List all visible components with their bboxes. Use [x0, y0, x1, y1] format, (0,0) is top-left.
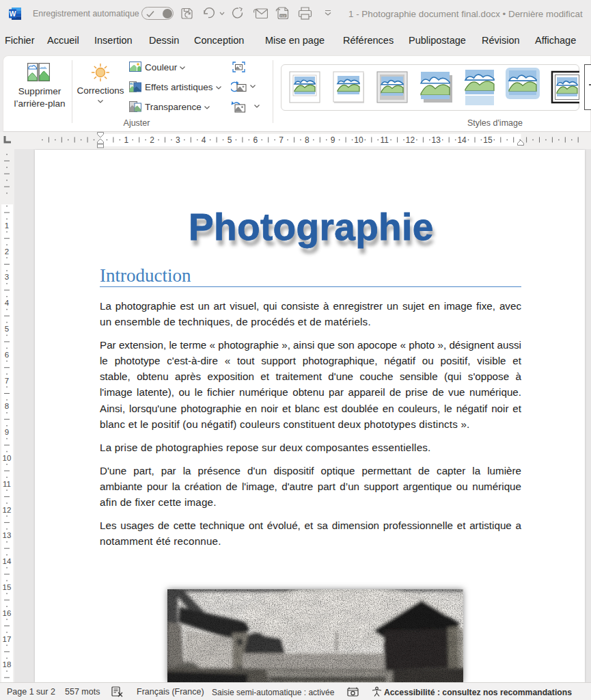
svg-text:6: 6 [5, 351, 9, 359]
svg-text:9: 9 [331, 135, 335, 145]
svg-text:14: 14 [3, 557, 12, 565]
svg-text:11: 11 [380, 135, 389, 145]
svg-text:1: 1 [124, 135, 128, 145]
svg-text:12: 12 [3, 506, 12, 514]
svg-text:7: 7 [5, 377, 9, 385]
svg-text:12: 12 [406, 135, 415, 145]
svg-text:6: 6 [253, 135, 258, 145]
svg-text:4: 4 [5, 299, 10, 307]
svg-text:W: W [10, 10, 16, 18]
svg-text:1: 1 [5, 221, 9, 230]
svg-text:18: 18 [3, 660, 12, 669]
svg-text:13: 13 [432, 135, 441, 145]
svg-text:11: 11 [3, 480, 11, 488]
svg-text:8: 8 [5, 402, 9, 410]
svg-text:3: 3 [5, 273, 9, 281]
svg-text:17: 17 [3, 635, 12, 643]
svg-text:8: 8 [305, 135, 310, 145]
svg-text:4: 4 [202, 135, 206, 145]
svg-text:3: 3 [176, 135, 180, 145]
svg-text:15: 15 [3, 583, 12, 591]
svg-text:5: 5 [228, 135, 232, 145]
svg-text:2: 2 [150, 135, 154, 145]
svg-text:2: 2 [5, 247, 9, 256]
svg-text:10: 10 [354, 135, 363, 145]
svg-text:5: 5 [5, 325, 9, 333]
svg-text:14: 14 [457, 135, 467, 145]
svg-text:15: 15 [483, 135, 493, 145]
svg-text:13: 13 [3, 531, 12, 539]
svg-text:9: 9 [5, 428, 9, 436]
svg-text:7: 7 [279, 135, 284, 145]
svg-text:PDF: PDF [280, 14, 286, 18]
svg-text:16: 16 [3, 609, 12, 617]
svg-text:10: 10 [3, 454, 12, 462]
